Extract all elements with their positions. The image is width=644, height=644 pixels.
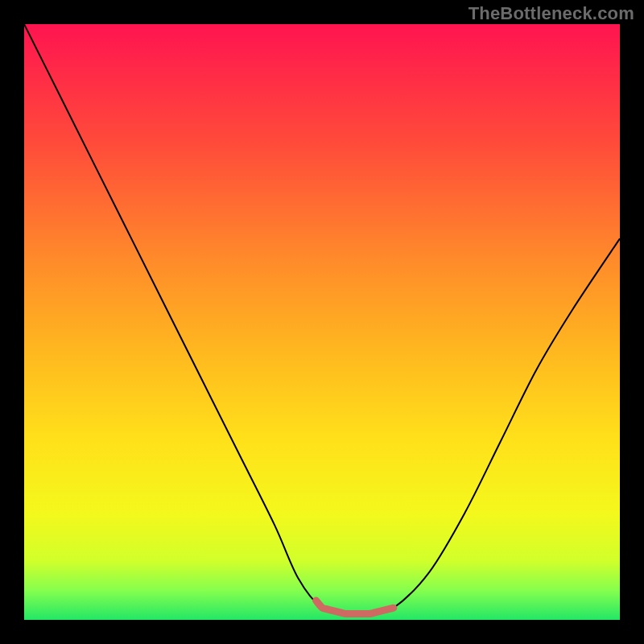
watermark-text: TheBottleneck.com: [469, 3, 634, 24]
gradient-background: [24, 24, 620, 620]
plot-border-right: [620, 0, 644, 644]
plot-border-left: [0, 0, 24, 644]
chart-canvas: [0, 0, 644, 644]
chart-frame: TheBottleneck.com: [0, 0, 644, 644]
plot-border-bottom: [0, 620, 644, 644]
